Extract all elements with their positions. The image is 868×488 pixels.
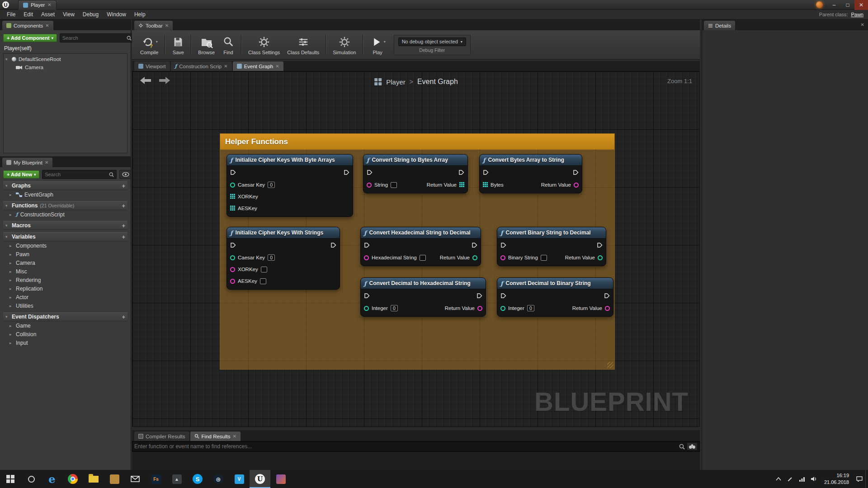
node-header[interactable]: ƒ Convert Binary String to Decimal [497, 227, 606, 239]
taskbar-clock[interactable]: 16:19 21.06.2018 [820, 472, 854, 486]
exec-input-pin[interactable] [364, 242, 370, 250]
comment-header[interactable]: Helper Functions [220, 134, 614, 150]
menu-help[interactable]: Help [130, 10, 150, 19]
myblueprint-search[interactable] [42, 170, 117, 179]
chevron-down-icon[interactable]: ▾ [156, 40, 158, 44]
string-pin[interactable] [574, 183, 579, 188]
var-category-misc[interactable]: ▸Misc [3, 267, 127, 276]
dispatcher-collision[interactable]: ▸Collision [3, 330, 127, 338]
string-value-field[interactable] [420, 255, 426, 261]
section-functions[interactable]: ▾ Functions (21 Overridable) + [3, 201, 127, 210]
chevron-right-icon[interactable]: ▸ [9, 252, 14, 257]
find-in-blueprints-button[interactable] [687, 442, 698, 450]
array-pin[interactable] [459, 181, 464, 189]
add-new-button[interactable]: + Add New ▾ [3, 170, 39, 178]
section-graphs[interactable]: ▾ Graphs + [3, 181, 127, 190]
parent-class-link[interactable]: Pawn [851, 12, 863, 17]
taskbar-edge-icon[interactable]: e [42, 470, 62, 488]
close-icon[interactable]: ✕ [275, 64, 279, 69]
volume-tray-icon[interactable] [808, 470, 820, 488]
close-icon[interactable]: ✕ [45, 23, 49, 28]
taskbar-app-icon-1[interactable] [104, 470, 125, 488]
string-value-field[interactable] [260, 278, 266, 284]
taskbar-app-icon-3[interactable]: ▲ [166, 470, 187, 488]
network-tray-icon[interactable] [796, 470, 808, 488]
taskbar-code-app-icon[interactable]: V [229, 470, 250, 488]
integer-pin[interactable] [364, 306, 369, 311]
node-header[interactable]: ƒ Convert String to Bytes Array [363, 155, 467, 166]
compile-button[interactable]: ? ▾ Compile [137, 34, 162, 56]
exec-input-pin[interactable] [367, 169, 373, 177]
tab-components[interactable]: Components ✕ [2, 21, 53, 30]
section-macros[interactable]: ▾ Macros + [3, 221, 127, 230]
node-header[interactable]: ƒ Convert Decimal to Hexadecimal String [361, 278, 486, 289]
debug-object-dropdown[interactable]: No debug object selected ▾ [398, 38, 466, 46]
close-icon[interactable]: ✕ [861, 23, 864, 27]
item-eventgraph[interactable]: ▸ EventGraph [3, 190, 127, 199]
integer-value-field[interactable]: 0 [268, 182, 275, 188]
tab-toolbar[interactable]: Toolbar ✕ [134, 21, 173, 30]
taskbar-app-icon-2[interactable]: Fs [146, 470, 166, 488]
add-component-button[interactable]: + Add Component ▾ [3, 34, 57, 42]
taskbar-mail-icon[interactable] [125, 470, 146, 488]
class-defaults-button[interactable]: Class Defaults [283, 34, 323, 56]
taskbar-search-button[interactable] [21, 470, 42, 488]
components-search-input[interactable] [62, 35, 127, 41]
visibility-filter-button[interactable]: ▾ [119, 170, 131, 179]
find-button[interactable]: Find [218, 34, 238, 56]
integer-pin[interactable] [598, 255, 603, 260]
find-references-input[interactable] [134, 443, 679, 450]
item-constructionscript[interactable]: ▸ ƒ ConstructionScript [3, 210, 127, 219]
menu-window[interactable]: Window [103, 10, 130, 19]
close-icon[interactable]: ✕ [45, 160, 48, 165]
show-desktop-button[interactable] [865, 470, 868, 488]
chevron-right-icon[interactable]: ▸ [9, 278, 14, 282]
minimize-button[interactable]: – [827, 0, 841, 10]
forward-arrow-icon[interactable] [158, 76, 171, 85]
var-category-rendering[interactable]: ▸Rendering [3, 276, 127, 284]
string-value-field[interactable] [391, 182, 397, 188]
tab-compiler-results[interactable]: Compiler Results [134, 432, 189, 441]
components-self-row[interactable]: Player(self) [3, 42, 127, 53]
tab-viewport[interactable]: Viewport [134, 61, 170, 71]
node-header[interactable]: ƒ Initialize Cipher Keys With Strings [227, 227, 340, 239]
chevron-right-icon[interactable]: ▸ [9, 341, 14, 345]
exec-input-pin[interactable] [483, 169, 489, 177]
window-tab-player[interactable]: Player ✕ [18, 0, 57, 10]
add-variable-button[interactable]: + [122, 234, 125, 240]
node-convert-decimal-to-binary-string[interactable]: ƒ Convert Decimal to Binary String Integ… [497, 277, 613, 317]
play-button[interactable]: ▾ Play [366, 34, 389, 56]
exec-output-pin[interactable] [604, 292, 610, 300]
myblueprint-search-input[interactable] [45, 172, 109, 177]
add-function-button[interactable]: + [122, 202, 125, 209]
array-pin[interactable] [483, 181, 488, 189]
taskbar-steam-icon[interactable]: ◎ [208, 470, 229, 488]
action-center-button[interactable] [854, 470, 865, 488]
add-graph-button[interactable]: + [122, 183, 125, 189]
integer-value-field[interactable]: 0 [268, 254, 275, 261]
close-window-button[interactable]: ✕ [854, 0, 868, 10]
integer-pin[interactable] [472, 255, 477, 260]
chevron-down-icon[interactable]: ▾ [5, 57, 9, 61]
add-macro-button[interactable]: + [122, 222, 125, 229]
find-results-list[interactable] [132, 452, 700, 470]
string-pin[interactable] [367, 183, 372, 188]
node-convert-binary-string-to-decimal[interactable]: ƒ Convert Binary String to Decimal Binar… [497, 227, 606, 266]
close-icon[interactable]: ✕ [165, 23, 169, 28]
breadcrumb-event-graph[interactable]: Event Graph [417, 78, 458, 86]
node-initialize-cipher-keys-with-byte-arrays[interactable]: ƒ Initialize Cipher Keys With Byte Array… [226, 154, 353, 217]
var-category-components[interactable]: ▸Components [3, 241, 127, 250]
class-settings-button[interactable]: Class Settings [245, 34, 283, 56]
exec-input-pin[interactable] [230, 242, 236, 250]
chevron-right-icon[interactable]: ▸ [9, 324, 14, 328]
integer-pin[interactable] [230, 183, 235, 188]
array-pin[interactable] [230, 192, 235, 201]
tree-row-defaultsceneroot[interactable]: ▾ DefaultSceneRoot [5, 55, 125, 63]
chevron-right-icon[interactable]: ▸ [9, 269, 14, 274]
string-value-field[interactable] [541, 255, 547, 261]
tab-find-results[interactable]: Find Results ✕ [190, 432, 241, 441]
notification-badge[interactable] [816, 1, 823, 8]
exec-output-pin[interactable] [597, 242, 603, 250]
taskbar-chrome-icon[interactable] [62, 470, 83, 488]
close-icon[interactable]: ✕ [224, 64, 227, 69]
